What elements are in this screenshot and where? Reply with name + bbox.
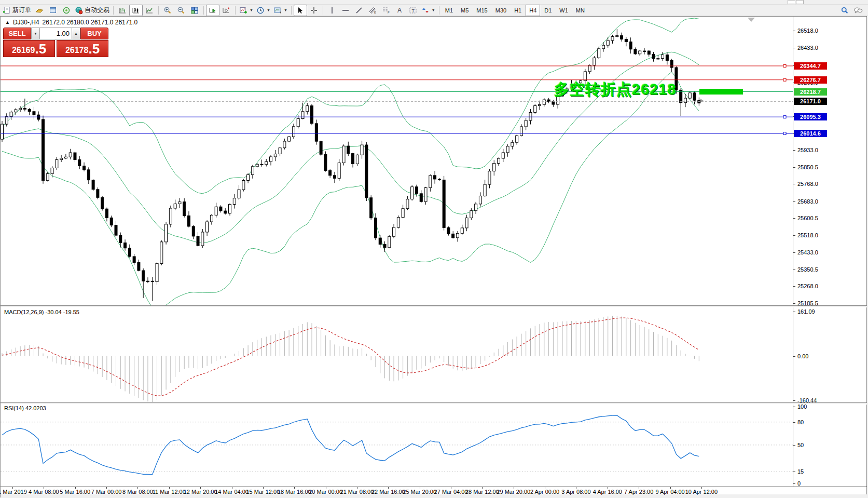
buy-price-display[interactable]: 26178 .5: [57, 40, 108, 57]
main-chart-plot[interactable]: [1, 18, 700, 311]
macd-panel-divider[interactable]: [1, 305, 867, 307]
time-tickmark: [357, 487, 357, 489]
candle-body: [470, 211, 473, 218]
volume-input[interactable]: 1.00: [40, 28, 72, 39]
time-label: 29 Mar 20:00: [497, 489, 530, 495]
candle-body: [539, 104, 541, 105]
candle-body: [320, 141, 322, 154]
candle-body: [657, 59, 659, 59]
symbol-period-label: DJ30-,H4: [13, 19, 39, 26]
time-axis-border: [1, 487, 867, 487]
candle-body: [270, 157, 272, 161]
candle-body: [311, 106, 313, 124]
candle-body: [297, 118, 299, 126]
candle-body: [247, 174, 250, 180]
candle-body: [406, 199, 409, 208]
turning-point-highlight-bar[interactable]: [699, 89, 743, 95]
price-tickmark: [793, 235, 795, 236]
buy-price-pips: .5: [88, 42, 100, 56]
candle-body: [388, 236, 391, 248]
macd-axis-tickmark: [793, 312, 795, 312]
price-tick: 26518.0: [797, 28, 818, 34]
candle-body: [534, 105, 536, 112]
candle-body: [443, 180, 445, 227]
chart-shift-marker[interactable]: [748, 18, 755, 22]
sell-price-display[interactable]: 26169 .5: [3, 40, 55, 57]
candle-body: [174, 204, 176, 208]
time-tickmark: [545, 487, 545, 489]
ohlc-values: 26172.0 26180.0 26171.0 26171.0: [43, 19, 138, 26]
price-axis-border: [793, 17, 793, 487]
mt4-application-window: 新订单 自动交易: [0, 0, 868, 498]
candle-body: [238, 190, 240, 198]
time-label: 3 Apr 08:00: [561, 489, 590, 495]
time-tickmark: [169, 487, 170, 489]
time-tickmark: [12, 487, 13, 489]
candle-body: [447, 227, 450, 234]
turning-point-annotation[interactable]: 多空转折点26218: [554, 79, 677, 100]
candle-body: [329, 170, 332, 175]
price-tick: 25600.5: [797, 215, 818, 221]
time-label: 7 Mar 00:00: [91, 489, 122, 495]
hline-handle[interactable]: [783, 64, 786, 67]
candle-body: [488, 171, 491, 184]
hline-handle[interactable]: [783, 116, 786, 118]
candle-body: [137, 263, 140, 271]
time-tickmark: [137, 487, 138, 489]
candle-body: [429, 176, 432, 187]
time-tickmark: [608, 487, 608, 489]
time-label: 25 Mar 20:00: [403, 489, 436, 495]
volume-decrease-button[interactable]: ▼: [31, 28, 40, 39]
candle-body: [283, 141, 286, 148]
rsi-axis-tickmark: [793, 483, 795, 484]
price-tickmark: [793, 286, 795, 287]
candle-body: [215, 207, 217, 215]
macd-axis-tick: -160.44: [797, 397, 817, 403]
macd-axis-tick: 161.09: [797, 308, 815, 315]
hline-handle[interactable]: [783, 78, 786, 81]
rsi-axis-tick: 15: [797, 468, 804, 475]
time-label: 10 Apr 12:00: [685, 489, 718, 495]
price-badge-26171.0: 26171.0: [794, 98, 827, 105]
time-label: 7 Apr 23:00: [624, 489, 653, 495]
time-label: 27 Mar 04:00: [434, 489, 468, 495]
chart-canvas[interactable]: [0, 0, 868, 498]
time-label: 8 Mar 08:00: [122, 489, 153, 495]
macd-axis-tick: 0.00: [797, 353, 808, 359]
buy-button[interactable]: BUY: [80, 28, 108, 39]
candle-body: [128, 248, 131, 257]
candle-body: [201, 232, 204, 246]
hline-handle[interactable]: [783, 132, 786, 134]
time-label: 14 Mar 04:00: [215, 489, 249, 495]
candle-body: [156, 263, 158, 281]
time-tickmark: [44, 487, 44, 489]
candle-body: [475, 204, 477, 211]
candle-body: [169, 208, 172, 224]
sell-button[interactable]: SELL: [3, 28, 31, 39]
candle-body: [338, 163, 340, 179]
candle-body: [28, 109, 31, 111]
price-badge-26276.7: 26276.7: [794, 76, 827, 84]
rsi-axis-tick: 50: [797, 442, 804, 448]
candle-body: [124, 243, 127, 248]
time-tickmark: [482, 487, 483, 489]
candle-body: [206, 222, 209, 232]
price-tickmark: [793, 48, 795, 48]
time-label: 2 Apr 00:00: [530, 489, 559, 495]
price-tick: 25185.5: [797, 300, 818, 306]
bollinger-lower-band: [2, 72, 699, 311]
candle-body: [87, 170, 90, 180]
candle-body: [219, 207, 222, 211]
macd-label: MACD(12,26,9) -30.04 -19.55: [4, 309, 79, 315]
candle-body: [192, 226, 195, 236]
price-tickmark: [793, 184, 795, 184]
candle-body: [97, 190, 99, 197]
candle-body: [506, 146, 509, 153]
volume-increase-button[interactable]: ▲: [72, 28, 80, 39]
candle-body: [479, 196, 481, 204]
candle-body: [438, 179, 440, 180]
candle-body: [178, 202, 181, 204]
candle-body: [365, 145, 368, 198]
candle-body: [160, 242, 163, 264]
rsi-panel-divider[interactable]: [1, 402, 867, 405]
